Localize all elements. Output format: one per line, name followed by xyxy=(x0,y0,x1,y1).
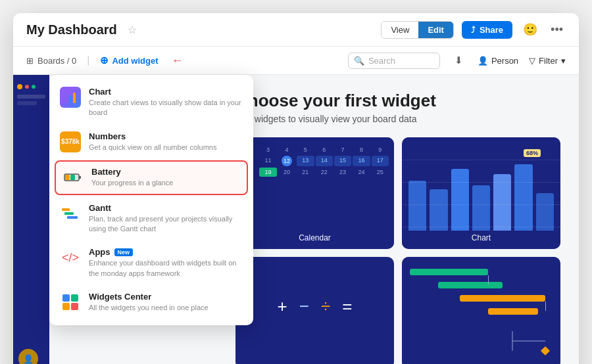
choose-desc: Add widgets to visually view your board … xyxy=(235,114,560,124)
bar-percentage-label: 68% xyxy=(524,149,541,157)
more-options-button[interactable]: ••• xyxy=(548,20,566,39)
svg-rect-0 xyxy=(65,98,68,103)
gantt-title: Gantt xyxy=(89,203,243,213)
header: My Dashboard ☆ View Edit ⤴ Share 🙂 ••• xyxy=(13,13,579,47)
gantt-widget[interactable] xyxy=(402,257,560,364)
boards-icon: ⊞ xyxy=(26,56,34,66)
dropdown-item-apps[interactable]: </> Apps New Enhance your dashboard with… xyxy=(49,240,253,285)
widgets-center-desc: All the widgets you need in one place xyxy=(89,303,243,313)
widgets-center-icon xyxy=(60,292,81,313)
person-icon: 👤 xyxy=(478,56,488,66)
svg-rect-6 xyxy=(70,175,75,180)
search-icon: 🔍 xyxy=(354,56,364,66)
svg-rect-2 xyxy=(73,93,76,103)
share-button[interactable]: ⤴ Share xyxy=(462,21,512,39)
svg-rect-4 xyxy=(79,176,81,179)
new-badge: New xyxy=(114,248,134,256)
chart-icon xyxy=(60,87,81,108)
arrow-icon: ← xyxy=(171,54,183,68)
dropdown-item-widgets-center[interactable]: Widgets Center All the widgets you need … xyxy=(49,285,253,319)
svg-rect-14 xyxy=(71,303,78,310)
chart-widget[interactable]: 68% Chart xyxy=(402,137,560,249)
plus-symbol: + xyxy=(278,296,287,317)
calendar-widget[interactable]: 3456 789 11 12 1314151617 19 20212223242… xyxy=(235,137,394,249)
numbers-widget[interactable]: + − ÷ = xyxy=(235,257,394,364)
calendar-grid: 3456 789 11 12 1314151617 19 20212223242… xyxy=(241,145,389,177)
view-button[interactable]: View xyxy=(382,22,418,38)
divide-symbol: ÷ xyxy=(321,296,330,317)
svg-rect-11 xyxy=(62,294,70,302)
chart-label: Chart xyxy=(472,233,491,242)
widgets-center-title: Widgets Center xyxy=(89,292,243,302)
numbers-text: Numbers Get a quick view on all number c… xyxy=(89,131,243,152)
add-widget-button[interactable]: ⊕ Add widget xyxy=(100,55,158,66)
download-button[interactable]: ⬇ xyxy=(451,52,467,69)
choose-title: Choose your first widget xyxy=(235,91,560,111)
filter-icon: ▽ xyxy=(529,56,535,66)
apps-text: Apps New Enhance your dashboard with wid… xyxy=(89,247,243,279)
person-filter-button[interactable]: 👤 Person xyxy=(478,56,518,66)
battery-text: Battery Your progress in a glance xyxy=(91,167,240,188)
svg-rect-10 xyxy=(67,216,78,219)
main-area: 👤 Chart Create chart views to visually s… xyxy=(13,75,579,364)
apps-desc: Enhance your dashboard with widgets buil… xyxy=(89,258,243,279)
svg-rect-7 xyxy=(76,175,78,180)
gantt-desc: Plan, track and present your projects vi… xyxy=(89,214,243,235)
apps-icon: </> xyxy=(60,247,81,268)
filter-button[interactable]: ▽ Filter ▾ xyxy=(529,56,566,66)
search-box[interactable]: 🔍 Search xyxy=(348,53,440,69)
widgets-center-text: Widgets Center All the widgets you need … xyxy=(89,292,243,313)
share-icon: ⤴ xyxy=(471,25,476,35)
dropdown-item-gantt[interactable]: Gantt Plan, track and present your proje… xyxy=(49,196,253,241)
numbers-icon: $378k xyxy=(60,131,81,152)
view-edit-group: View Edit xyxy=(381,21,454,39)
chart-desc: Create chart views to visually show data… xyxy=(89,98,243,118)
dropdown-item-battery[interactable]: Battery Your progress in a glance xyxy=(55,160,248,194)
gantt-icon xyxy=(60,203,81,224)
numbers-title: Numbers xyxy=(89,131,243,141)
svg-rect-12 xyxy=(71,294,78,302)
edit-button[interactable]: Edit xyxy=(418,22,453,38)
dropdown-item-chart[interactable]: Chart Create chart views to visually sho… xyxy=(49,80,253,125)
battery-desc: Your progress in a glance xyxy=(91,178,240,188)
svg-rect-8 xyxy=(62,208,70,211)
toolbar: ⊞ Boards / 0 | ⊕ Add widget ← 🔍 Search ⬇… xyxy=(13,47,579,75)
gantt-text: Gantt Plan, track and present your proje… xyxy=(89,203,243,235)
page-title: My Dashboard xyxy=(26,22,117,37)
battery-title: Battery xyxy=(91,167,240,177)
star-icon[interactable]: ☆ xyxy=(128,24,137,36)
dashboard-content: Choose your first widget Add widgets to … xyxy=(217,75,579,364)
widget-dropdown: Chart Create chart views to visually sho… xyxy=(49,75,253,325)
chart-title: Chart xyxy=(89,87,243,97)
dropdown-item-numbers[interactable]: $378k Numbers Get a quick view on all nu… xyxy=(49,125,253,159)
chart-text: Chart Create chart views to visually sho… xyxy=(89,87,243,118)
svg-rect-1 xyxy=(69,95,72,103)
widget-grid: 3456 789 11 12 1314151617 19 20212223242… xyxy=(235,137,560,364)
equals-symbol: = xyxy=(342,296,352,317)
numbers-desc: Get a quick view on all number columns xyxy=(89,143,243,152)
plus-icon: ⊕ xyxy=(100,55,109,66)
svg-rect-13 xyxy=(62,303,70,310)
boards-button[interactable]: ⊞ Boards / 0 xyxy=(26,56,76,66)
svg-rect-9 xyxy=(64,212,74,215)
apps-title: Apps New xyxy=(89,247,243,257)
filter-chevron-icon: ▾ xyxy=(561,56,566,66)
minus-symbol: − xyxy=(299,296,309,317)
calendar-label: Calendar xyxy=(299,233,331,242)
svg-rect-5 xyxy=(65,175,70,180)
battery-icon xyxy=(62,167,84,188)
emoji-button[interactable]: 🙂 xyxy=(520,20,540,39)
